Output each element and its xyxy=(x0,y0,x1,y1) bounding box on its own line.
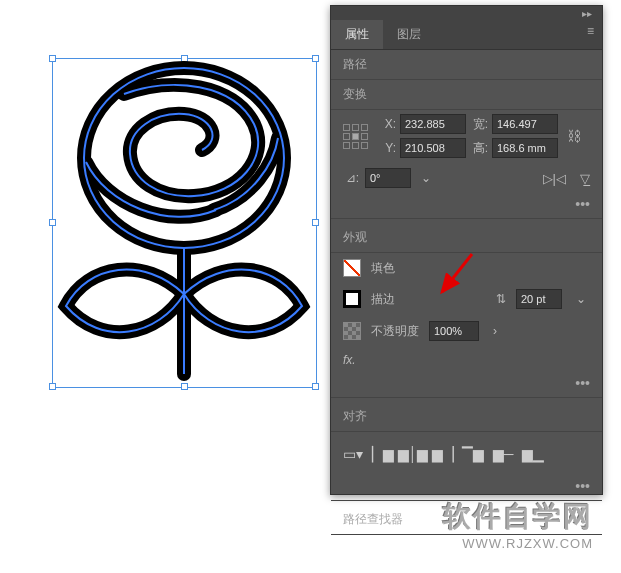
stroke-weight-input[interactable] xyxy=(516,289,562,309)
link-wh-icon[interactable]: ⛓ xyxy=(564,117,584,155)
appearance-more[interactable]: ••• xyxy=(331,373,602,393)
stroke-weight-dropdown-icon[interactable]: ⌄ xyxy=(572,292,590,306)
align-bottom-icon[interactable]: ▆▁ xyxy=(523,444,543,464)
panel-menu-icon[interactable]: ≡ xyxy=(579,20,602,49)
fx-label[interactable]: fx. xyxy=(343,353,356,367)
align-left-icon[interactable]: ▏▆ xyxy=(373,444,393,464)
path-label: 路径 xyxy=(331,50,602,80)
pathfinder-label: 路径查找器 xyxy=(331,505,602,535)
align-top-icon[interactable]: ▔▆ xyxy=(463,444,483,464)
stroke-stepper-icon[interactable]: ⇅ xyxy=(496,292,506,306)
tab-properties[interactable]: 属性 xyxy=(331,20,383,49)
align-label: 对齐 xyxy=(331,402,602,432)
transform-xy-row: X: Y: 宽: 高: ⛓ xyxy=(331,110,602,162)
align-right-icon[interactable]: ▆▕ xyxy=(433,444,453,464)
align-vcenter-icon[interactable]: ▆─ xyxy=(493,444,513,464)
height-input[interactable] xyxy=(492,138,558,158)
height-label: 高: xyxy=(472,140,488,157)
panel-header: ▸▸ xyxy=(331,6,602,20)
fill-row: 填色 xyxy=(331,253,602,283)
align-more[interactable]: ••• xyxy=(331,476,602,496)
align-to-dropdown[interactable]: ▭▾ xyxy=(343,444,363,464)
panel-tabs: 属性 图层 ≡ xyxy=(331,20,602,50)
angle-input[interactable] xyxy=(365,168,411,188)
rose-artwork[interactable] xyxy=(52,58,317,388)
y-input[interactable] xyxy=(400,138,466,158)
width-input[interactable] xyxy=(492,114,558,134)
flip-horizontal-icon[interactable]: ▷|◁ xyxy=(543,171,566,186)
width-label: 宽: xyxy=(472,116,488,133)
reference-point-picker[interactable] xyxy=(343,124,368,149)
angle-row: ⊿: ⌄ ▷|◁ ▽̲ xyxy=(331,162,602,194)
fx-row: fx. xyxy=(331,347,602,373)
opacity-more-icon[interactable]: › xyxy=(489,324,501,338)
tab-layers[interactable]: 图层 xyxy=(383,20,435,49)
opacity-input[interactable] xyxy=(429,321,479,341)
x-label: X: xyxy=(380,117,396,131)
angle-label: ⊿: xyxy=(343,171,359,185)
transform-label: 变换 xyxy=(331,80,602,110)
transform-more[interactable]: ••• xyxy=(331,194,602,214)
align-buttons: ▭▾ ▏▆ ▆│▆ ▆▕ ▔▆ ▆─ ▆▁ xyxy=(343,438,590,470)
align-hcenter-icon[interactable]: ▆│▆ xyxy=(403,444,423,464)
stroke-row: 描边 ⇅ ⌄ xyxy=(331,283,602,315)
stroke-swatch[interactable] xyxy=(343,290,361,308)
stroke-label: 描边 xyxy=(371,291,395,308)
fill-swatch[interactable] xyxy=(343,259,361,277)
appearance-label: 外观 xyxy=(331,223,602,253)
watermark-url: WWW.RJZXW.COM xyxy=(443,536,593,551)
opacity-row: 不透明度 › xyxy=(331,315,602,347)
angle-dropdown-icon[interactable]: ⌄ xyxy=(417,171,435,185)
fill-label: 填色 xyxy=(371,260,395,277)
y-label: Y: xyxy=(380,141,396,155)
flip-vertical-icon[interactable]: ▽̲ xyxy=(580,171,590,186)
opacity-label: 不透明度 xyxy=(371,323,419,340)
properties-panel: ▸▸ 属性 图层 ≡ 路径 变换 X: Y: 宽: xyxy=(330,5,603,495)
canvas-area[interactable] xyxy=(0,0,330,490)
panel-collapse-icon[interactable]: ▸▸ xyxy=(582,8,592,19)
x-input[interactable] xyxy=(400,114,466,134)
opacity-swatch[interactable] xyxy=(343,322,361,340)
